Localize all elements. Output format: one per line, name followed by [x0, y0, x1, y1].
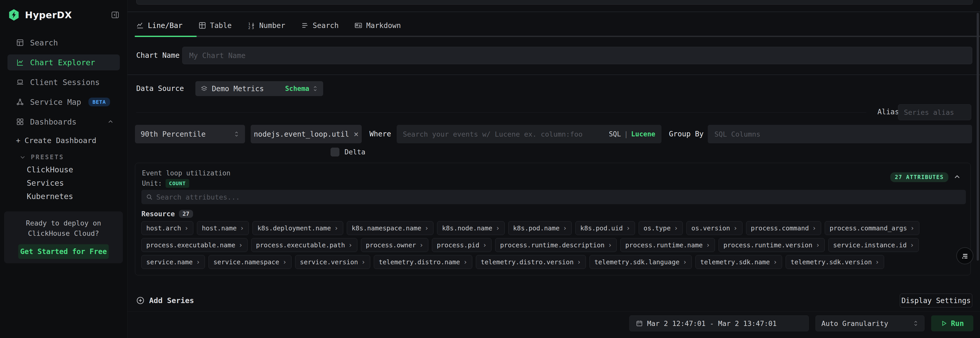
tab-markdown[interactable]: Markdown	[355, 21, 401, 30]
chevron-right-icon: ›	[483, 241, 487, 249]
collapse-sidebar-icon[interactable]	[111, 11, 119, 19]
attribute-chip[interactable]: process.command›	[746, 221, 821, 235]
active-tab-underline	[135, 36, 197, 37]
attribute-name: host.name	[202, 224, 237, 232]
hyperdx-logo-icon	[8, 9, 20, 21]
data-source-row: Data Source Demo Metrics Schema	[127, 81, 980, 96]
time-range-value: Mar 2 12:47:01 - Mar 2 13:47:01	[647, 319, 776, 327]
create-dashboard-button[interactable]: + Create Dashboard	[16, 134, 96, 147]
lucene-toggle[interactable]: Lucene	[631, 130, 655, 138]
attribute-chip[interactable]: telemetry.distro.name›	[374, 255, 472, 269]
app-title: HyperDX	[25, 10, 72, 20]
delta-checkbox[interactable]	[331, 148, 339, 156]
presets-section-toggle[interactable]: PRESETS	[19, 151, 64, 163]
tab-number[interactable]: 123Number	[248, 21, 285, 30]
attribute-chip[interactable]: process.pid›	[432, 238, 492, 252]
attribute-chip[interactable]: process.runtime.version›	[719, 238, 825, 252]
chevron-up-icon	[107, 119, 114, 125]
line-tab-icon	[136, 22, 144, 29]
get-started-button[interactable]: Get Started for Free	[18, 244, 109, 259]
sidebar-item-service-map[interactable]: Service MapBETA	[8, 94, 120, 110]
tab-table[interactable]: Table	[199, 21, 232, 30]
attribute-name: process.pid	[437, 241, 479, 249]
attribute-chip[interactable]: process.executable.path›	[251, 238, 357, 252]
remove-metric-icon[interactable]: ×	[354, 130, 359, 138]
granularity-select[interactable]: Auto Granularity	[816, 316, 924, 331]
attribute-chip[interactable]: os.version›	[686, 221, 742, 235]
resource-label: Resource	[142, 210, 175, 218]
attribute-name: service.namespace	[213, 259, 279, 266]
feedback-fab[interactable]	[956, 248, 973, 264]
attribute-chip[interactable]: k8s.namespace.name›	[347, 221, 434, 235]
attribute-chip[interactable]: k8s.deployment.name›	[253, 221, 343, 235]
chevron-right-icon: ›	[334, 224, 338, 232]
series-row: 90th Percentile nodejs.event_loop.util ×…	[127, 125, 980, 143]
preset-item-clickhouse[interactable]: ClickHouse	[27, 163, 122, 176]
collapse-panel-icon[interactable]	[953, 173, 961, 181]
alias-input[interactable]	[898, 104, 971, 120]
run-label: Run	[951, 319, 964, 328]
attribute-name: service.version	[300, 259, 358, 266]
list-tab-icon	[301, 22, 309, 29]
svg-text:2: 2	[248, 26, 250, 29]
chevron-right-icon: ›	[563, 224, 567, 232]
attribute-chip[interactable]: k8s.node.name›	[437, 221, 504, 235]
attribute-chip[interactable]: telemetry.sdk.language›	[590, 255, 692, 269]
sidebar-item-label: Search	[30, 38, 58, 47]
attribute-chip[interactable]: service.version›	[295, 255, 370, 269]
metric-chip[interactable]: nodejs.event_loop.util ×	[251, 125, 362, 143]
sidebar-item-dashboards[interactable]: Dashboards	[8, 114, 120, 130]
divider	[127, 75, 980, 75]
plus-icon: +	[16, 136, 20, 145]
chevron-right-icon: ›	[812, 224, 816, 232]
svg-text:3: 3	[252, 26, 254, 29]
tab-search[interactable]: Search	[301, 21, 339, 30]
attribute-chip[interactable]: process.command_args›	[825, 221, 920, 235]
attribute-chip[interactable]: telemetry.sdk.name›	[695, 255, 782, 269]
attribute-name: telemetry.sdk.version	[791, 259, 872, 266]
attribute-chip[interactable]: host.arch›	[142, 221, 193, 235]
time-range-picker[interactable]: Mar 2 12:47:01 - Mar 2 13:47:01	[629, 316, 809, 331]
attribute-chip[interactable]: telemetry.sdk.version›	[786, 255, 884, 269]
data-source-select[interactable]: Demo Metrics Schema	[196, 81, 323, 96]
attribute-chip[interactable]: service.namespace›	[208, 255, 291, 269]
preset-item-services[interactable]: Services	[27, 176, 122, 190]
attribute-chip[interactable]: k8s.pod.uid›	[575, 221, 635, 235]
sidebar-nav: SearchChart ExplorerClient SessionsServi…	[0, 35, 127, 133]
table-tab-icon	[199, 22, 206, 29]
scrollbar[interactable]	[977, 13, 979, 261]
attribute-chip[interactable]: os.type›	[639, 221, 683, 235]
metric-name: nodejs.event_loop.util	[254, 130, 349, 138]
preset-item-kubernetes[interactable]: Kubernetes	[27, 190, 122, 203]
aggregation-select[interactable]: 90th Percentile	[135, 125, 245, 143]
chevron-updown-icon	[234, 130, 239, 138]
attribute-chip[interactable]: service.instance.id›	[828, 238, 919, 252]
sidebar-item-chart-explorer[interactable]: Chart Explorer	[8, 54, 120, 70]
data-source-label: Data Source	[136, 81, 184, 96]
attribute-chip[interactable]: process.runtime.description›	[495, 238, 617, 252]
attributes-panel: Event loop utilization Unit: COUNT 27 AT…	[135, 163, 971, 275]
attribute-chip[interactable]: service.name›	[142, 255, 205, 269]
display-settings-button[interactable]: Display Settings	[900, 294, 972, 308]
schema-link[interactable]: Schema	[285, 85, 309, 92]
chart-name-input[interactable]	[182, 47, 972, 64]
attribute-chip-list: host.arch›host.name›k8s.deployment.name›…	[142, 221, 964, 269]
attribute-chip[interactable]: k8s.pod.name›	[508, 221, 572, 235]
attribute-search-input[interactable]: Search attributes...	[142, 190, 966, 204]
attribute-chip[interactable]: host.name›	[197, 221, 249, 235]
where-input[interactable]: Search your events w/ Lucene ex. column:…	[397, 125, 662, 143]
add-series-button[interactable]: Add Series	[136, 294, 194, 307]
attribute-chip[interactable]: process.runtime.name›	[620, 238, 715, 252]
sidebar-item-client-sessions[interactable]: Client Sessions	[8, 74, 120, 90]
run-button[interactable]: Run	[931, 316, 973, 331]
sidebar-item-search[interactable]: Search	[8, 35, 120, 51]
tab-label: Markdown	[366, 21, 401, 30]
tab-line-bar[interactable]: Line/Bar	[136, 21, 183, 30]
attribute-chip[interactable]: telemetry.distro.version›	[476, 255, 586, 269]
attribute-name: process.command_args	[830, 224, 907, 232]
attribute-chip[interactable]: process.owner›	[361, 238, 428, 252]
sidebar-item-label: Dashboards	[30, 117, 76, 126]
sql-toggle[interactable]: SQL	[609, 130, 621, 138]
group-by-input[interactable]	[708, 125, 972, 143]
attribute-chip[interactable]: process.executable.name›	[142, 238, 248, 252]
